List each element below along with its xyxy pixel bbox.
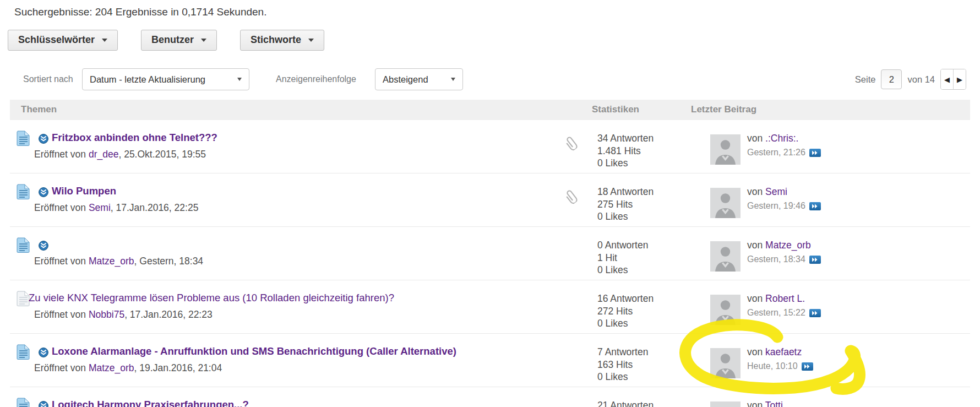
hits-count: 275 Hits (597, 198, 654, 211)
last-post-user-link[interactable]: Semi (765, 186, 787, 197)
thread-row: Loxone Alarmanlage - Anruffunktion und S… (10, 334, 970, 387)
avatar[interactable] (710, 134, 741, 165)
thread-opened-info: Eröffnet von Semi, 17.Jan.2016, 22:25 (34, 202, 198, 214)
last-post-user-link[interactable]: kaefaetz (765, 346, 802, 357)
tags-filter-button[interactable]: Stichworte (240, 30, 324, 51)
thread-author-link[interactable]: Matze_orb (89, 362, 134, 373)
opened-date: , Gestern, 18:34 (134, 256, 204, 267)
last-post-time: Gestern, 19:46 (747, 201, 821, 211)
thread-title-link[interactable]: Fritzbox anbinden ohne Telnet??? (52, 132, 217, 144)
thread-row: Eröffnet von Matze_orb, Gestern, 18:34 0… (10, 227, 970, 280)
avatar[interactable] (710, 295, 741, 325)
last-post-timestamp: Gestern, 21:26 (747, 148, 805, 158)
display-order-value: Absteigend (383, 74, 428, 85)
users-filter-button[interactable]: Benutzer (141, 30, 217, 51)
go-to-last-post-icon[interactable] (809, 202, 821, 210)
next-page-button[interactable]: ▶ (953, 69, 966, 89)
stats-column-header: Statistiken (592, 104, 639, 115)
avatar[interactable] (710, 241, 741, 272)
display-order-select[interactable]: Absteigend (375, 68, 463, 90)
replies-count: 0 Antworten (597, 239, 648, 252)
chevron-down-icon (308, 39, 314, 42)
sort-by-value: Datum - letzte Aktualisierung (90, 74, 205, 85)
replies-count: 18 Antworten (597, 186, 654, 198)
page-number-input[interactable] (881, 69, 902, 89)
last-post-by: von Matze_orb (747, 240, 811, 251)
go-to-last-post-icon[interactable] (809, 256, 821, 264)
chevron-down-icon (102, 39, 107, 42)
thread-title-link[interactable]: Loxone Alarmanlage - Anruffunktion und S… (52, 345, 456, 357)
hits-count: 272 Hits (597, 305, 654, 318)
go-to-unread-icon[interactable] (39, 187, 48, 199)
last-post-prefix: von (747, 293, 765, 304)
thread-title-link[interactable]: Logitech Harmony Praxiserfahrungen...? (52, 399, 249, 407)
avatar[interactable] (710, 348, 741, 378)
go-to-unread-icon[interactable] (39, 401, 48, 407)
thread-opened-info: Eröffnet von Nobbi75, 17.Jan.2016, 22:23 (34, 309, 213, 321)
last-post-time: Gestern, 15:22 (747, 308, 821, 318)
opened-date: , 17.Jan.2016, 22:25 (111, 202, 199, 213)
thread-document-icon (17, 131, 30, 148)
thread-title-link[interactable]: Zu viele KNX Telegramme lösen Probleme a… (29, 292, 394, 304)
thread-row: Fritzbox anbinden ohne Telnet??? Eröffne… (10, 120, 970, 173)
go-to-unread-icon[interactable] (39, 134, 48, 146)
opened-prefix: Eröffnet von (34, 149, 89, 160)
last-post-user-link[interactable]: Robert L. (765, 293, 805, 304)
last-post-by: von Semi (747, 186, 787, 198)
sort-bar: Sortiert nach Datum - letzte Aktualisier… (0, 68, 980, 91)
replies-count: 16 Antworten (597, 292, 654, 305)
likes-count: 0 Likes (597, 157, 654, 170)
last-post-prefix: von (747, 400, 765, 407)
opened-date: , 19.Jan.2016, 21:04 (134, 362, 222, 373)
last-post-user-link[interactable]: .:Chris:. (765, 133, 798, 144)
opened-date: , 17.Jan.2016, 22:23 (124, 309, 213, 320)
sort-by-label: Sortiert nach (23, 74, 73, 84)
likes-count: 0 Likes (597, 317, 654, 330)
paperclip-icon (563, 134, 582, 154)
go-to-last-post-icon[interactable] (802, 362, 813, 371)
thread-document-icon (17, 344, 30, 362)
thread-list: Fritzbox anbinden ohne Telnet??? Eröffne… (10, 120, 970, 407)
avatar[interactable] (710, 188, 741, 218)
thread-stats: 21 Antworten (597, 399, 654, 407)
topics-column-header: Themen (21, 104, 57, 115)
last-post-prefix: von (747, 133, 765, 144)
likes-count: 0 Likes (597, 210, 654, 223)
thread-author-link[interactable]: Nobbi75 (89, 309, 124, 320)
last-post-timestamp: Gestern, 19:46 (747, 201, 805, 211)
search-results-summary: Suchergebnisse: 204 Ergebnisse in 0,1714… (14, 6, 266, 18)
opened-prefix: Eröffnet von (34, 309, 89, 320)
thread-title-link[interactable]: Wilo Pumpen (52, 185, 116, 197)
last-post-user-link[interactable]: Matze_orb (765, 240, 811, 251)
go-to-unread-icon[interactable] (39, 241, 48, 253)
thread-author-link[interactable]: dr_dee (89, 149, 119, 160)
last-post-column-header: Letzter Beitrag (691, 104, 756, 115)
arrow-right-icon: ▶ (957, 75, 962, 84)
avatar[interactable] (710, 401, 741, 407)
previous-page-button[interactable]: ◀ (941, 69, 953, 89)
go-to-unread-icon[interactable] (39, 348, 48, 360)
go-to-last-post-icon[interactable] (809, 309, 821, 317)
thread-author-link[interactable]: Semi (89, 202, 111, 213)
opened-date: , 25.Okt.2015, 19:55 (118, 149, 206, 160)
thread-document-icon (17, 237, 30, 255)
thread-author-link[interactable]: Matze_orb (89, 256, 134, 267)
last-post-timestamp: Heute, 10:10 (747, 361, 798, 371)
last-post-prefix: von (747, 346, 765, 357)
keywords-filter-button[interactable]: Schlüsselwörter (8, 30, 118, 51)
go-to-last-post-icon[interactable] (809, 149, 821, 157)
last-post-timestamp: Gestern, 15:22 (747, 308, 805, 318)
last-post-user-link[interactable]: Totti (765, 400, 783, 407)
results-table-header: Themen Statistiken Letzter Beitrag (10, 100, 970, 120)
hits-count: 163 Hits (597, 359, 648, 371)
last-post-prefix: von (747, 186, 765, 197)
last-post-timestamp: Gestern, 18:34 (747, 254, 805, 264)
last-post-by: von kaefaetz (747, 346, 802, 358)
likes-count: 0 Likes (597, 264, 648, 276)
last-post-time: Heute, 10:10 (747, 361, 813, 371)
sort-by-select[interactable]: Datum - letzte Aktualisierung (82, 68, 249, 90)
filter-button-bar: Schlüsselwörter Benutzer Stichworte (8, 30, 324, 51)
replies-count: 7 Antworten (597, 346, 648, 359)
opened-prefix: Eröffnet von (34, 256, 89, 267)
likes-count: 0 Likes (597, 371, 648, 383)
